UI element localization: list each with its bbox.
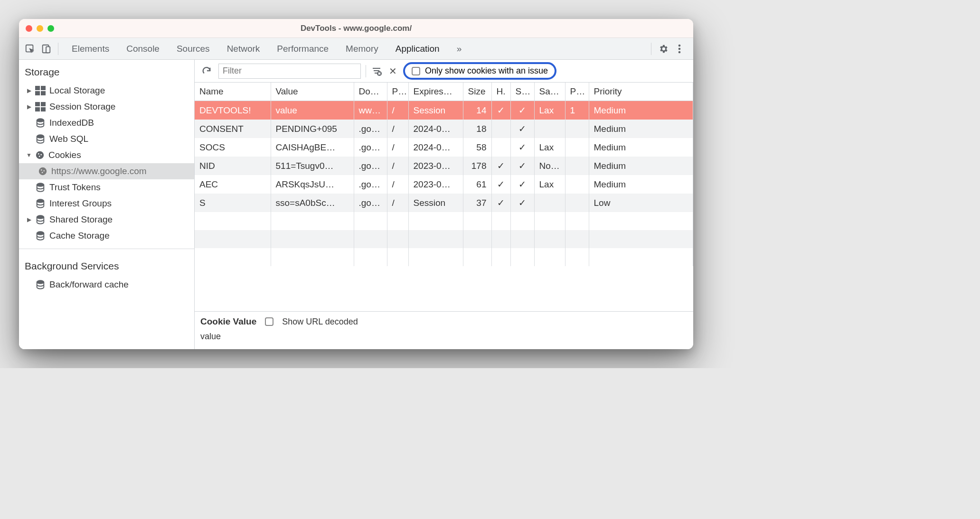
database-icon (35, 118, 46, 128)
tab-console[interactable]: Console (118, 38, 168, 59)
tab-performance[interactable]: Performance (268, 38, 337, 59)
more-menu-icon[interactable] (672, 42, 687, 56)
svg-rect-10 (35, 102, 40, 106)
database-icon (35, 231, 46, 241)
inspect-element-icon[interactable] (23, 42, 37, 56)
col-name[interactable]: Name (195, 83, 271, 101)
cell-domain: .go… (354, 194, 387, 212)
clear-filter-icon[interactable] (371, 65, 382, 77)
tab-network[interactable]: Network (218, 38, 269, 59)
cell-size: 14 (463, 101, 491, 120)
storage-grid-icon (35, 86, 46, 95)
cell-http (491, 138, 510, 157)
device-toolbar-icon[interactable] (39, 42, 53, 56)
table-row[interactable]: CONSENTPENDING+095.go…/2024-0…18✓Medium (195, 120, 693, 138)
tab-application[interactable]: Application (387, 38, 448, 59)
sidebar-item-label: IndexedDB (49, 118, 94, 128)
col-secure[interactable]: S… (510, 83, 534, 101)
sidebar-item-label: Local Storage (49, 85, 105, 96)
svg-point-28 (37, 280, 44, 283)
cell-samesite: Lax (534, 138, 565, 157)
svg-point-21 (41, 169, 42, 171)
svg-point-4 (678, 47, 681, 50)
cell-samesite: Lax (534, 101, 565, 120)
cell-expires: Session (408, 101, 463, 120)
sidebar-item-session-storage[interactable]: ▶ Session Storage (19, 99, 194, 115)
sidebar-item-label: Web SQL (49, 134, 88, 144)
url-decoded-checkbox[interactable] (265, 317, 273, 326)
sidebar-item-trust-tokens[interactable]: Trust Tokens (19, 179, 194, 195)
table-row[interactable]: NID511=Tsugv0….go…/2023-0…178✓✓No…Medium (195, 157, 693, 175)
cell-path: / (387, 157, 408, 175)
col-party[interactable]: P… (565, 83, 589, 101)
table-row[interactable]: Ssso=sA0bSc….go…/Session37✓✓Low (195, 194, 693, 212)
sidebar-item-cache-storage[interactable]: Cache Storage (19, 228, 194, 244)
database-icon (35, 199, 46, 208)
cell-priority: Medium (589, 157, 693, 175)
table-row-empty (195, 248, 693, 266)
background-services-heading: Background Services (19, 254, 194, 277)
cell-domain: ww… (354, 101, 387, 120)
database-icon (35, 280, 46, 289)
col-path[interactable]: P… (387, 83, 408, 101)
table-row[interactable]: DEVTOOLS!valueww…/Session14✓✓Lax1Medium (195, 101, 693, 120)
cell-expires: 2023-0… (408, 157, 463, 175)
col-expires[interactable]: Expires… (408, 83, 463, 101)
cell-secure: ✓ (510, 194, 534, 212)
sidebar-item-label: Interest Groups (49, 198, 112, 209)
filter-input[interactable] (218, 64, 361, 79)
table-row[interactable]: SOCSCAISHAgBE….go…/2024-0…58✓LaxMedium (195, 138, 693, 157)
svg-rect-6 (35, 86, 40, 90)
col-http[interactable]: H. (491, 83, 510, 101)
svg-point-5 (678, 51, 681, 53)
col-domain[interactable]: Do… (354, 83, 387, 101)
cookie-value-text: value (200, 332, 688, 342)
cookies-panel: ✕ Only show cookies with an issue Name (195, 60, 693, 349)
only-issues-checkbox[interactable] (412, 67, 420, 75)
sidebar-item-shared-storage[interactable]: ▶ Shared Storage (19, 212, 194, 228)
application-sidebar: Storage ▶ Local Storage ▶ Session Storag… (19, 60, 195, 349)
col-value[interactable]: Value (271, 83, 354, 101)
tab-memory[interactable]: Memory (337, 38, 387, 59)
sidebar-item-cookies-origin[interactable]: https://www.google.com (19, 163, 194, 179)
cell-path: / (387, 101, 408, 120)
cookies-table[interactable]: Name Value Do… P… Expires… Size H. S… Sa… (195, 83, 693, 311)
cell-party (565, 138, 589, 157)
cell-priority: Medium (589, 101, 693, 120)
svg-point-26 (37, 215, 44, 218)
cell-name: CONSENT (195, 120, 271, 138)
svg-rect-8 (35, 91, 40, 95)
sidebar-item-indexeddb[interactable]: IndexedDB (19, 115, 194, 131)
sidebar-item-interest-groups[interactable]: Interest Groups (19, 195, 194, 212)
cell-name: AEC (195, 175, 271, 194)
cell-party (565, 157, 589, 175)
cell-expires: 2023-0… (408, 175, 463, 194)
sidebar-item-bfcache[interactable]: Back/forward cache (19, 277, 194, 293)
table-row[interactable]: AECARSKqsJsU….go…/2023-0…61✓✓LaxMedium (195, 175, 693, 194)
tab-overflow[interactable]: » (448, 38, 471, 59)
svg-point-14 (37, 119, 44, 121)
refresh-button[interactable] (199, 64, 214, 78)
sidebar-item-cookies[interactable]: ▼ Cookies (19, 147, 194, 163)
cell-secure: ✓ (510, 138, 534, 157)
clear-all-button[interactable]: ✕ (387, 65, 398, 77)
only-issues-filter[interactable]: Only show cookies with an issue (403, 62, 556, 80)
cell-secure: ✓ (510, 175, 534, 194)
panel-tabs: Elements Console Sources Network Perform… (63, 38, 646, 59)
svg-point-15 (37, 135, 44, 138)
svg-rect-12 (35, 107, 40, 111)
col-samesite[interactable]: Sa… (534, 83, 565, 101)
cell-secure: ✓ (510, 157, 534, 175)
toolbar-separator (58, 43, 58, 55)
sidebar-item-websql[interactable]: Web SQL (19, 131, 194, 147)
tab-sources[interactable]: Sources (168, 38, 218, 59)
svg-point-24 (37, 183, 44, 186)
col-size[interactable]: Size (463, 83, 491, 101)
cell-size: 58 (463, 138, 491, 157)
col-priority[interactable]: Priority (589, 83, 693, 101)
settings-gear-icon[interactable] (656, 42, 670, 56)
sidebar-item-local-storage[interactable]: ▶ Local Storage (19, 83, 194, 99)
cell-name: NID (195, 157, 271, 175)
svg-rect-9 (41, 91, 46, 95)
tab-elements[interactable]: Elements (63, 38, 118, 59)
